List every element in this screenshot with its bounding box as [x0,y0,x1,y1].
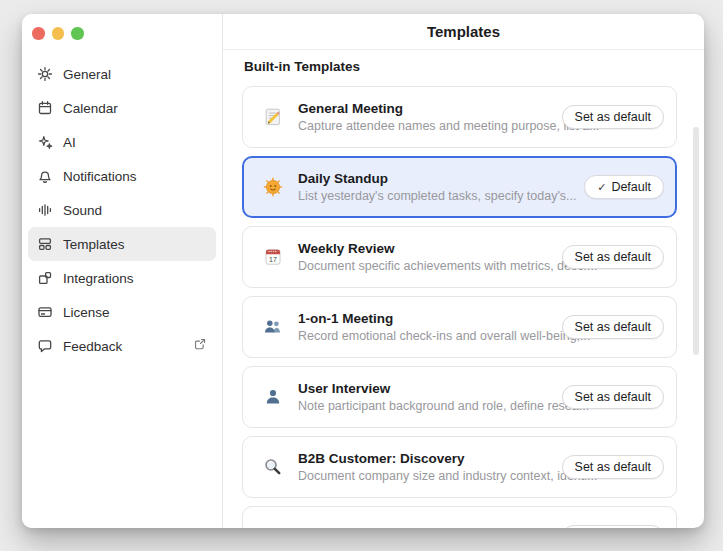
two-people-icon [263,317,283,337]
sidebar-item-label: Sound [63,203,102,218]
sidebar-item-feedback[interactable]: Feedback [28,329,216,363]
template-description: Document specific achievements with metr… [298,259,562,273]
airplane-icon [263,527,283,528]
template-title: 1-on-1 Meeting [298,311,562,326]
template-card-b2b-pilot[interactable]: B2B Customer: Pilot Set as default [242,506,677,528]
set-default-button[interactable]: Set as default [562,385,664,409]
close-button[interactable] [32,27,45,40]
sidebar-item-general[interactable]: General [28,57,216,91]
template-description: Record emotional check-ins and overall w… [298,329,562,343]
sidebar-item-integrations[interactable]: Integrations [28,261,216,295]
template-card-daily-standup[interactable]: Daily Standup List yesterday's completed… [242,156,677,218]
template-card-weekly-review[interactable]: 17 Weekly Review Document specific achie… [242,226,677,288]
main-panel: Templates Built-in Templates General Mee… [223,14,704,528]
svg-text:17: 17 [269,256,277,263]
page-title: Templates [427,23,500,40]
sidebar-item-calendar[interactable]: Calendar [28,91,216,125]
main-header: Templates [223,14,704,50]
template-title: User Interview [298,381,562,396]
set-default-button[interactable]: Set as default [562,315,664,339]
template-title: Daily Standup [298,171,577,186]
template-description: List yesterday's completed tasks, specif… [298,189,577,203]
sidebar-item-license[interactable]: License [28,295,216,329]
sidebar-item-ai[interactable]: AI [28,125,216,159]
default-badge-button[interactable]: ✓Default [584,175,664,199]
sidebar-item-notifications[interactable]: Notifications [28,159,216,193]
section-title: Built-in Templates [244,59,677,74]
gear-icon [37,66,53,82]
template-description: Document company size and industry conte… [298,469,562,483]
template-title: Weekly Review [298,241,562,256]
template-card-general-meeting[interactable]: General Meeting Capture attendee names a… [242,86,677,148]
calendar-17-icon: 17 [263,247,283,267]
sidebar-list: General Calendar AI Notifications Sound [28,57,216,363]
scrollbar[interactable] [693,127,699,355]
set-default-button[interactable]: Set as default [562,525,664,528]
sparkles-icon [37,134,53,150]
speech-bubble-icon [37,338,53,354]
sidebar-item-label: Templates [63,237,125,252]
set-default-button[interactable]: Set as default [562,455,664,479]
sound-wave-icon [37,202,53,218]
sidebar-item-label: License [63,305,110,320]
templates-grid-icon [37,236,53,252]
sun-face-icon [263,177,283,197]
calendar-icon [37,100,53,116]
set-default-button[interactable]: Set as default [562,245,664,269]
template-card-1on1-meeting[interactable]: 1-on-1 Meeting Record emotional check-in… [242,296,677,358]
sidebar: General Calendar AI Notifications Sound [22,14,223,528]
sidebar-item-label: Integrations [63,271,134,286]
template-card-b2b-discovery[interactable]: B2B Customer: Discovery Document company… [242,436,677,498]
settings-window: General Calendar AI Notifications Sound [22,14,704,528]
set-default-button[interactable]: Set as default [562,105,664,129]
card-icon [37,304,53,320]
minimize-button[interactable] [52,27,65,40]
template-title: B2B Customer: Discovery [298,451,562,466]
templates-content: Built-in Templates General Meeting Captu… [242,50,677,528]
template-title: General Meeting [298,101,562,116]
check-icon: ✓ [597,181,606,194]
bell-icon [37,168,53,184]
magnifier-icon [263,457,283,477]
sidebar-item-templates[interactable]: Templates [28,227,216,261]
sidebar-item-label: General [63,67,111,82]
person-icon [263,387,283,407]
sidebar-item-label: Notifications [63,169,137,184]
template-description: Note participant background and role, de… [298,399,562,413]
memo-icon [263,107,283,127]
template-card-user-interview[interactable]: User Interview Note participant backgrou… [242,366,677,428]
sidebar-item-label: Feedback [63,339,122,354]
template-description: Capture attendee names and meeting purpo… [298,119,562,133]
sidebar-item-sound[interactable]: Sound [28,193,216,227]
traffic-lights [32,27,84,40]
blocks-icon [37,270,53,286]
zoom-button[interactable] [71,27,84,40]
external-link-icon [193,337,207,355]
sidebar-item-label: Calendar [63,101,118,116]
sidebar-item-label: AI [63,135,76,150]
